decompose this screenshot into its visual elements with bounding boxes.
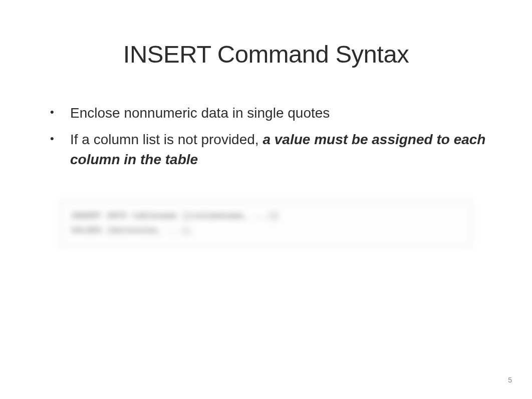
code-syntax-box: INSERT INTO tablename [(columnname, ...)… (60, 200, 472, 247)
bullet-text: If a column list is not provided, (70, 132, 262, 147)
bullet-text: Enclose nonnumeric data in single quotes (70, 105, 330, 121)
code-line: VALUES (datavalue, ...); (71, 224, 461, 238)
bullet-item: If a column list is not provided, a valu… (50, 130, 492, 170)
bullet-item: Enclose nonnumeric data in single quotes (50, 103, 492, 124)
slide-container: INSERT Command Syntax Enclose nonnumeric… (0, 0, 532, 399)
slide-title: INSERT Command Syntax (40, 40, 492, 68)
code-line: INSERT INTO tablename [(columnname, ...)… (71, 209, 461, 224)
page-number: 5 (508, 376, 512, 384)
bullet-list: Enclose nonnumeric data in single quotes… (40, 103, 492, 170)
